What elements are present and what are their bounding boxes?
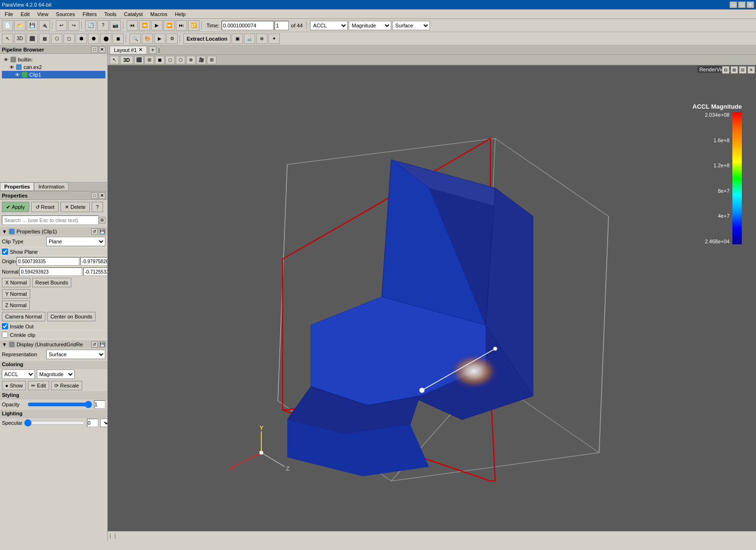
delete-button[interactable]: ✕ Delete (60, 202, 90, 212)
display-reload-btn[interactable]: ↺ (91, 341, 98, 348)
select1-btn[interactable]: ▦ (39, 34, 50, 44)
origin-x-input[interactable] (17, 257, 79, 266)
redo-btn[interactable]: ↪ (68, 20, 79, 31)
time-input[interactable] (222, 21, 274, 30)
menu-tools[interactable]: Tools (101, 10, 120, 18)
select7-btn[interactable]: ◼ (112, 34, 124, 44)
specular-slider[interactable] (24, 420, 85, 426)
vp-sel1-btn[interactable]: ◼ (155, 56, 164, 64)
frame-input[interactable] (275, 21, 289, 30)
last-frame-btn[interactable]: ⏭ (176, 20, 187, 31)
group-reload-btn[interactable]: ↺ (91, 228, 98, 235)
layout-tab-1[interactable]: Layout #1 ✕ (110, 46, 147, 54)
add-layout-button[interactable]: + (149, 46, 156, 54)
select6-btn[interactable]: ⬤ (100, 34, 112, 44)
el-btn1[interactable]: ▣ (232, 34, 243, 44)
group-save-btn[interactable]: 💾 (99, 228, 105, 235)
menu-filters[interactable]: Filters (79, 10, 101, 18)
menu-file[interactable]: File (1, 10, 17, 18)
opacity-slider[interactable] (27, 401, 92, 408)
rv-split1-btn[interactable]: ⊟ (722, 66, 730, 74)
menu-view[interactable]: View (34, 10, 52, 18)
vp-sel3-btn[interactable]: ⬡ (176, 56, 185, 64)
center-on-bounds-button[interactable]: Center on Bounds (47, 312, 96, 321)
search-settings-btn[interactable]: ⚙ (99, 217, 105, 223)
menu-edit[interactable]: Edit (17, 10, 34, 18)
edit-coloring-button[interactable]: ✏ Edit (28, 381, 49, 390)
reset-button[interactable]: ↺ Reset (31, 202, 59, 212)
tab-properties[interactable]: Properties (0, 182, 34, 191)
prev-frame-btn[interactable]: ⏪ (139, 20, 150, 31)
help-button[interactable]: ? (92, 202, 103, 212)
anim-btn[interactable]: ▶ (154, 34, 165, 44)
screenshot-btn[interactable]: 📷 (110, 20, 121, 31)
menu-help[interactable]: Help (171, 10, 189, 18)
pipeline-close-btn[interactable]: ✕ (99, 46, 105, 53)
vp-3d-btn[interactable]: 3D (120, 56, 133, 64)
specular-value[interactable] (87, 419, 98, 427)
z-normal-button[interactable]: Z Normal (2, 301, 30, 310)
eye-icon-canex2[interactable]: 👁 (9, 65, 14, 70)
reset-cam-btn[interactable]: ⬛ (26, 34, 38, 44)
pipeline-item-clip1[interactable]: 👁 Clip1 (2, 71, 105, 78)
accl-select[interactable]: ACCL (310, 21, 348, 30)
select4-btn[interactable]: ⬢ (76, 34, 87, 44)
next-frame-btn[interactable]: ⏩ (163, 20, 175, 31)
coloring-accl-select[interactable]: ACCL (2, 370, 35, 379)
vp-cam-btn[interactable]: 🎥 (197, 56, 206, 64)
select3-btn[interactable]: ◻ (63, 34, 75, 44)
pipeline-item-builtin[interactable]: 👁 builtin: (2, 56, 105, 63)
show-coloring-button[interactable]: ● Show (2, 381, 26, 390)
undo-btn[interactable]: ↩ (56, 20, 67, 31)
maximize-button[interactable]: □ (738, 1, 746, 8)
save-btn[interactable]: 💾 (26, 20, 38, 31)
el-btn3[interactable]: ⊕ (256, 34, 267, 44)
menu-sources[interactable]: Sources (52, 10, 78, 18)
reset-bounds-button[interactable]: Reset Bounds (32, 278, 71, 287)
minimize-button[interactable]: — (730, 1, 737, 8)
select5-btn[interactable]: ⬣ (88, 34, 99, 44)
extract-location-button[interactable]: Extract Location (183, 34, 231, 44)
select2-btn[interactable]: ⬡ (51, 34, 62, 44)
query-btn[interactable]: 🔍 (129, 34, 141, 44)
pipeline-item-canex2[interactable]: 👁 can.ex2 (2, 63, 105, 71)
connect-btn[interactable]: 🔌 (39, 20, 50, 31)
interact-btn[interactable]: ↖ (2, 34, 13, 44)
display-save-btn[interactable]: 💾 (99, 341, 105, 348)
cfg-btn[interactable]: ⚙ (166, 34, 178, 44)
play-btn[interactable]: ▶ (151, 20, 163, 31)
refresh-btn[interactable]: 🔄 (85, 20, 96, 31)
show-plane-checkbox[interactable] (2, 249, 8, 255)
layout-tab-1-close[interactable]: ✕ (138, 47, 143, 53)
eye-icon-clip1[interactable]: 👁 (15, 72, 20, 77)
rv-close-btn[interactable]: ✕ (747, 66, 755, 74)
menu-catalyst[interactable]: Catalyst (120, 10, 146, 18)
normal-x-input[interactable] (19, 267, 82, 276)
representation-select[interactable]: Surface (46, 350, 105, 359)
apply-button[interactable]: ✔ Apply (2, 202, 29, 212)
tab-information[interactable]: Information (34, 182, 69, 191)
coloring-magnitude-select[interactable]: Magnitude (37, 370, 75, 379)
render-btn[interactable]: 🎨 (142, 34, 153, 44)
specular-dropdown[interactable] (100, 419, 107, 427)
3d-btn[interactable]: 3D (14, 34, 26, 44)
x-normal-button[interactable]: X Normal (2, 278, 30, 287)
inside-out-checkbox[interactable] (2, 323, 8, 329)
help-btn[interactable]: ? (97, 20, 109, 31)
vp-pick-btn[interactable]: ⊞ (145, 56, 154, 64)
crinkle-clip-checkbox[interactable] (2, 332, 8, 338)
open-btn[interactable]: 📂 (14, 20, 26, 31)
vp-sel4-btn[interactable]: ⊕ (186, 56, 196, 64)
y-normal-button[interactable]: Y Normal (2, 289, 30, 299)
loop-btn[interactable]: 🔁 (188, 20, 199, 31)
pipeline-float-btn[interactable]: □ (91, 46, 98, 53)
first-frame-btn[interactable]: ⏮ (127, 20, 138, 31)
clip-type-select[interactable]: Plane (46, 237, 105, 246)
rescale-button[interactable]: ⟳ Rescale (51, 381, 82, 390)
el-btn4[interactable]: ✦ (268, 34, 280, 44)
el-btn2[interactable]: 🔬 (244, 34, 255, 44)
camera-normal-button[interactable]: Camera Normal (2, 312, 45, 321)
vp-axes-btn[interactable]: ⊞ (207, 56, 216, 64)
rv-split2-btn[interactable]: ⊞ (730, 66, 738, 74)
new-btn[interactable]: 📄 (2, 20, 13, 31)
